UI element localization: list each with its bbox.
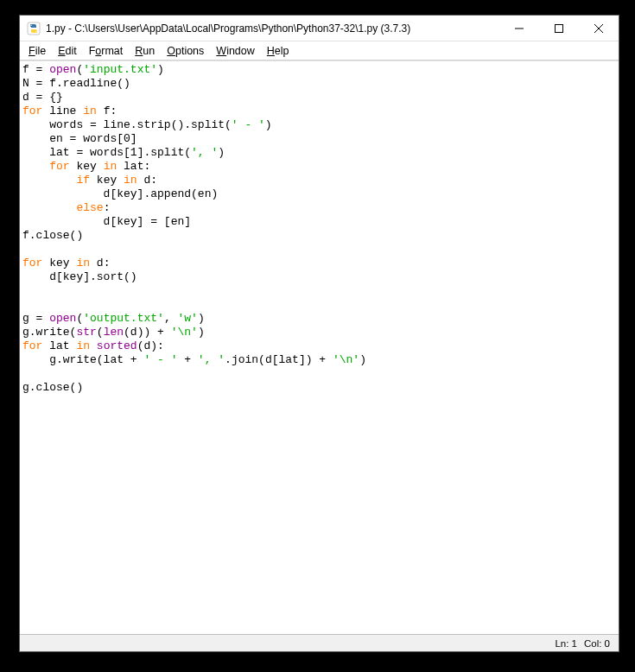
window-controls — [499, 16, 619, 41]
menu-options[interactable]: Options — [162, 44, 211, 58]
svg-rect-4 — [556, 24, 563, 32]
python-idle-icon — [27, 22, 41, 35]
svg-point-1 — [30, 24, 31, 25]
window-title: 1.py - C:\Users\User\AppData\Local\Progr… — [46, 22, 499, 35]
menu-edit[interactable]: Edit — [53, 44, 84, 58]
menu-format[interactable]: Format — [84, 44, 130, 58]
idle-window: 1.py - C:\Users\User\AppData\Local\Progr… — [19, 15, 619, 652]
code-editor[interactable]: f = open('input.txt') N = f.readline() d… — [20, 61, 619, 634]
status-bar: Ln: 1 Col: 0 — [20, 634, 619, 651]
menu-window[interactable]: Window — [211, 44, 261, 58]
svg-point-2 — [35, 31, 36, 32]
close-button[interactable] — [579, 16, 619, 41]
editor-area: f = open('input.txt') N = f.readline() d… — [20, 60, 619, 634]
minimize-button[interactable] — [499, 16, 539, 41]
menu-run[interactable]: Run — [130, 44, 162, 58]
status-col: Col: 0 — [584, 638, 610, 649]
menu-bar: File Edit Format Run Options Window Help — [20, 41, 619, 60]
menu-help[interactable]: Help — [262, 44, 296, 58]
maximize-button[interactable] — [539, 16, 579, 41]
status-line: Ln: 1 — [555, 638, 577, 649]
title-bar[interactable]: 1.py - C:\Users\User\AppData\Local\Progr… — [20, 16, 619, 41]
menu-file[interactable]: File — [23, 44, 53, 58]
